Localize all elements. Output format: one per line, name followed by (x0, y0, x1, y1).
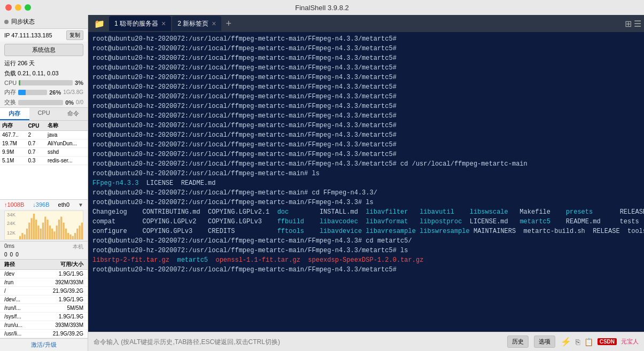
maximize-button[interactable] (25, 4, 31, 11)
svg-rect-2 (24, 235, 26, 240)
ai-label[interactable]: 元宝人 (621, 338, 639, 346)
history-button[interactable]: 历史 (507, 336, 529, 348)
svg-rect-6 (33, 214, 35, 240)
svg-rect-11 (44, 217, 46, 240)
terminal-line: FFpeg-n4.3.3 LICENSE README.md (92, 178, 640, 188)
disk-row: /run392M/393M (0, 278, 88, 287)
proc-name: java (45, 131, 88, 139)
disk-path: /dev (4, 271, 34, 277)
cmd-input[interactable] (94, 338, 502, 346)
cmd-bar: 历史 选项 ⚡ ⎘ 📋 CSDN 元宝人 (88, 332, 644, 351)
upgrade-button[interactable]: 激活/升级 (0, 338, 88, 351)
minimize-button[interactable] (15, 4, 21, 11)
svg-rect-22 (69, 235, 71, 240)
col-name: 名称 (45, 121, 88, 131)
copy-ip-button[interactable]: 复制 (66, 30, 83, 40)
cpu-progress-fill (19, 80, 20, 85)
chart-label-high: 34K (7, 212, 15, 217)
sys-info-button[interactable]: 系统信息 (4, 44, 83, 56)
terminal-line: root@ubuntu20-hz-2020072:/usr/local/ffmp… (92, 63, 640, 73)
terminal-line: root@ubuntu20-hz-2020072:/usr/local/ffmp… (92, 159, 640, 169)
tab-server1-close[interactable]: × (161, 20, 166, 27)
process-row: 5.1M0.3redis-ser... (0, 157, 88, 165)
terminal-line: root@ubuntu20-hz-2020072:/usr/local/ffmp… (92, 111, 640, 121)
mem-detail: 1G/3.8G (63, 89, 83, 95)
svg-rect-1 (21, 233, 23, 240)
terminal-line: root@ubuntu20-hz-2020072:/usr/local/ffmp… (92, 198, 640, 207)
disk-path: / (4, 288, 34, 294)
terminal-line: root@ubuntu20-hz-2020072:/usr/local/ffmp… (92, 73, 640, 82)
svg-rect-14 (51, 229, 53, 240)
cmd-icons: ⚡ ⎘ 📋 CSDN 元宝人 (561, 337, 639, 347)
process-row: 467.7..2java (0, 131, 88, 139)
load-row: 负载 0.21, 0.11, 0.03 (0, 68, 88, 79)
disk-path: /sys/f... (4, 314, 34, 319)
terminal-line: root@ubuntu20-hz-2020072:/usr/local/ffmp… (92, 169, 640, 178)
copy-icon[interactable]: ⎘ (576, 338, 580, 346)
list-view-icon[interactable]: ☰ (634, 19, 641, 29)
swap-detail: 0/0 (76, 99, 83, 105)
disk-row: /21.9G/39.2G (0, 287, 88, 295)
lightning-icon[interactable]: ⚡ (561, 337, 571, 347)
cpu-pct: 3% (75, 80, 83, 86)
terminal-line: root@ubuntu20-hz-2020072:/usr/local/ffmp… (92, 53, 640, 63)
options-button[interactable]: 选项 (534, 336, 555, 348)
svg-rect-15 (53, 231, 55, 240)
svg-rect-18 (60, 217, 62, 240)
mem-pct: 26% (49, 89, 61, 96)
sync-dot (4, 20, 9, 24)
disk-section: 路径 可用/大小 /dev1.9G/1.9G/run392M/393M/21.9… (0, 259, 88, 338)
proc-mem: 467.7.. (0, 131, 26, 139)
svg-rect-9 (40, 229, 42, 240)
disk-header: 路径 可用/大小 (0, 260, 88, 270)
proc-cpu: 0.7 (26, 148, 45, 157)
uptime-label: 运行 206 天 (4, 59, 35, 67)
svg-rect-8 (37, 225, 39, 240)
proc-cpu: 0.7 (26, 139, 45, 148)
tab-add-button[interactable]: + (222, 18, 235, 29)
disk-path: /run/l... (4, 305, 34, 311)
terminal-line: root@ubuntu20-hz-2020072:/usr/local/ffmp… (92, 102, 640, 111)
titlebar: FinalShell 3.9.8.2 (0, 0, 644, 15)
csdn-badge[interactable]: CSDN (598, 338, 617, 345)
tab-server1[interactable]: 1 聪哥的服务器 × (109, 16, 171, 31)
ping-section: 0ms 本机 0 0 0 (0, 241, 88, 259)
folder-icon[interactable]: 📁 (91, 19, 108, 29)
chart-label-low: 12K (7, 230, 15, 236)
traffic-lights (5, 4, 31, 11)
disk-path: /usr/li... (4, 331, 34, 337)
svg-rect-7 (35, 220, 37, 240)
terminal-line: root@ubuntu20-hz-2020072:/usr/local/ffmp… (92, 34, 640, 44)
proc-name: AliYunDun... (45, 139, 88, 148)
svg-rect-3 (26, 229, 28, 240)
svg-rect-24 (74, 233, 76, 240)
sidebar-tabs: 内存 CPU 命令 (0, 107, 88, 121)
terminal-line: root@ubuntu20-hz-2020072:/usr/local/ffmp… (92, 82, 640, 92)
tab-mem[interactable]: 内存 (0, 108, 29, 120)
process-row: 9.9M0.7sshd (0, 148, 88, 157)
tab-newtab[interactable]: 2 新标签页 × (172, 16, 221, 31)
proc-cpu: 2 (26, 131, 45, 139)
tab-cmd[interactable]: 命令 (58, 108, 88, 120)
mem-label: 内存 (4, 88, 16, 96)
proc-name: sshd (45, 148, 88, 157)
tab-newtab-close[interactable]: × (212, 20, 216, 27)
ping-val-3: 0 (15, 252, 19, 258)
load-label: 负载 0.21, 0.11, 0.03 (4, 69, 59, 77)
disk-row: /run/u...393M/393M (0, 321, 88, 330)
tab-cpu[interactable]: CPU (29, 108, 59, 120)
swap-row: 交换 0% 0/0 (0, 97, 88, 107)
net-iface-arrow: ▼ (78, 202, 83, 208)
terminal[interactable]: root@ubuntu20-hz-2020072:/usr/local/ffmp… (88, 32, 644, 332)
sparkline-chart: 34K 24K 12K (4, 210, 83, 240)
app-title: FinalShell 3.9.8.2 (295, 4, 348, 12)
svg-rect-0 (19, 236, 21, 240)
grid-view-icon[interactable]: ⊞ (625, 19, 632, 29)
svg-rect-23 (72, 236, 74, 240)
cpu-label: CPU (4, 80, 17, 86)
paste-icon[interactable]: 📋 (584, 338, 593, 346)
disk-size: 21.9G/39.2G (34, 288, 83, 294)
net-download: ↓396B (33, 201, 49, 208)
close-button[interactable] (5, 4, 12, 11)
svg-rect-26 (79, 225, 80, 240)
